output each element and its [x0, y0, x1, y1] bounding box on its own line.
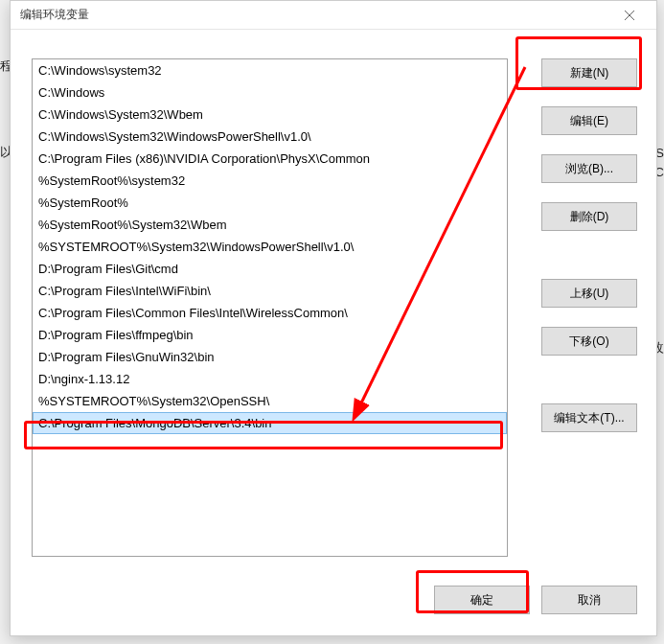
list-item[interactable]: C:\Program Files\Intel\WiFi\bin\ — [33, 280, 507, 302]
list-item[interactable]: %SystemRoot% — [33, 192, 507, 214]
list-item[interactable]: C:\Windows\system32 — [33, 59, 507, 81]
list-item[interactable]: %SystemRoot%\system32 — [33, 170, 507, 192]
browse-button[interactable]: 浏览(B)... — [541, 154, 637, 183]
cancel-button[interactable]: 取消 — [541, 586, 637, 614]
list-item[interactable]: C:\Program Files\Common Files\Intel\Wire… — [33, 302, 507, 324]
list-item[interactable]: D:\Program Files\GnuWin32\bin — [33, 346, 507, 368]
edit-text-button[interactable]: 编辑文本(T)... — [541, 403, 637, 432]
list-item[interactable]: C:\Windows\System32\Wbem — [33, 104, 507, 126]
list-item[interactable]: %SYSTEMROOT%\System32\OpenSSH\ — [33, 390, 507, 412]
move-up-button[interactable]: 上移(U) — [541, 279, 637, 308]
edit-button[interactable]: 编辑(E) — [541, 106, 637, 135]
list-item[interactable]: D:\Program Files\Git\cmd — [33, 258, 507, 280]
path-listbox[interactable]: C:\Windows\system32C:\WindowsC:\Windows\… — [32, 58, 508, 557]
list-item[interactable]: C:\Windows\System32\WindowsPowerShell\v1… — [33, 126, 507, 148]
delete-button[interactable]: 删除(D) — [541, 202, 637, 231]
close-icon[interactable] — [610, 2, 649, 29]
titlebar: 编辑环境变量 — [11, 1, 656, 30]
bottom-button-row: 确定 取消 — [434, 586, 637, 614]
list-item[interactable]: C:\Program Files\MongoDB\Server\3.4\bin — [33, 412, 507, 434]
list-item[interactable]: C:\Program Files (x86)\NVIDIA Corporatio… — [33, 148, 507, 170]
list-item[interactable]: D:\Program Files\ffmpeg\bin — [33, 324, 507, 346]
move-down-button[interactable]: 下移(O) — [541, 327, 637, 356]
list-item[interactable]: C:\Windows — [33, 81, 507, 104]
list-item[interactable]: %SystemRoot%\System32\Wbem — [33, 214, 507, 236]
new-button[interactable]: 新建(N) — [541, 58, 637, 87]
list-item[interactable]: D:\nginx-1.13.12 — [33, 368, 507, 390]
dialog-title: 编辑环境变量 — [20, 7, 89, 23]
edit-env-variable-dialog: 编辑环境变量 C:\Windows\system32C:\WindowsC:\W… — [10, 0, 657, 636]
dialog-content: C:\Windows\system32C:\WindowsC:\Windows\… — [11, 30, 656, 635]
ok-button[interactable]: 确定 — [434, 586, 530, 614]
list-item[interactable]: %SYSTEMROOT%\System32\WindowsPowerShell\… — [33, 236, 507, 258]
button-column: 新建(N) 编辑(E) 浏览(B)... 删除(D) 上移(U) 下移(O) 编… — [541, 58, 637, 451]
